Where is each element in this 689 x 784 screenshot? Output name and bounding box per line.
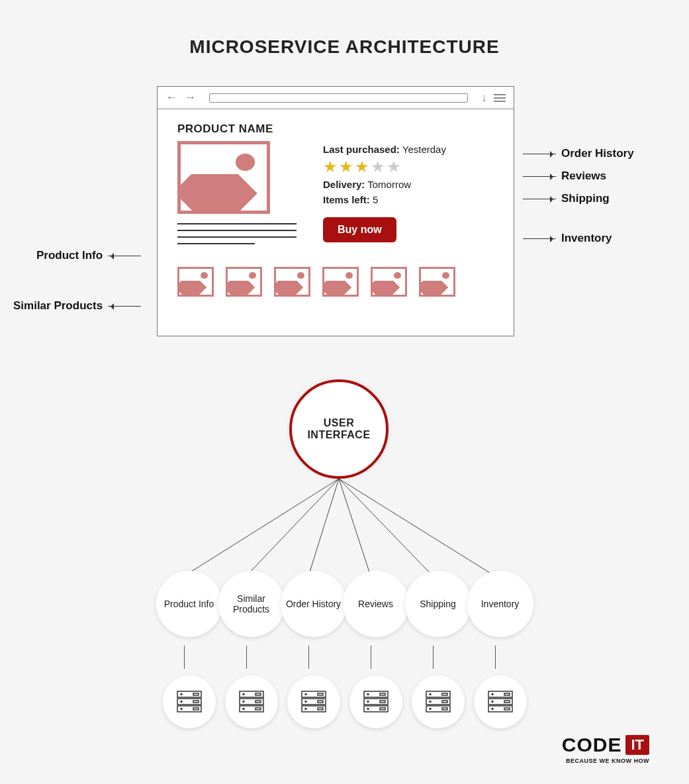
connector-line (371, 646, 371, 669)
svg-rect-45 (442, 693, 447, 695)
label-product-info: Product Info (36, 249, 141, 262)
databases-row (0, 675, 689, 728)
svg-point-12 (181, 694, 182, 695)
browser-toolbar: ← → ↓ (158, 87, 514, 109)
svg-point-23 (243, 709, 244, 710)
svg-rect-47 (442, 708, 447, 710)
thumbnail-icon (322, 267, 359, 297)
svg-line-3 (339, 479, 371, 576)
svg-point-41 (367, 709, 369, 710)
logo-it-text: IT (625, 735, 649, 755)
svg-rect-11 (193, 708, 199, 710)
svg-rect-27 (318, 693, 323, 695)
svg-point-31 (305, 701, 306, 703)
delivery-label: Delivery: (323, 179, 365, 190)
delivery: Delivery: Tomorrow (323, 179, 494, 190)
svg-line-2 (308, 479, 339, 576)
download-icon: ↓ (481, 91, 487, 105)
product-image-icon (177, 141, 270, 214)
svg-rect-54 (504, 693, 510, 695)
label-inventory: Inventory (523, 232, 612, 245)
database-icon (474, 675, 527, 728)
database-icon (287, 675, 340, 728)
delivery-value: Tomorrow (367, 179, 411, 190)
back-icon: ← (165, 91, 177, 105)
last-purchased-value: Yesterday (402, 144, 446, 155)
svg-rect-56 (504, 708, 510, 710)
svg-rect-55 (504, 701, 510, 703)
connector-line (495, 646, 496, 669)
similar-products-row (177, 267, 494, 297)
browser-window: ← → ↓ PRODUCT NAME Last purchased: Yeste… (157, 86, 514, 336)
label-order-history: Order History (523, 147, 634, 160)
connector-line (308, 646, 309, 669)
database-icon (412, 675, 465, 728)
svg-point-21 (243, 694, 244, 695)
svg-rect-46 (442, 701, 447, 703)
label-similar-products: Similar Products (13, 299, 141, 313)
svg-rect-18 (255, 693, 261, 695)
svg-line-1 (246, 479, 339, 576)
svg-rect-38 (380, 708, 385, 710)
connector-line (246, 646, 247, 669)
buy-now-button[interactable]: Buy now (323, 217, 396, 242)
connector-line (184, 646, 185, 669)
service-node: Reviews (343, 571, 409, 637)
svg-point-58 (492, 701, 493, 703)
service-node: Shipping (405, 571, 471, 637)
menu-icon (494, 94, 506, 102)
label-reviews: Reviews (523, 170, 606, 183)
svg-point-48 (430, 694, 431, 695)
svg-point-14 (181, 709, 182, 710)
svg-point-13 (181, 701, 182, 703)
svg-point-32 (305, 709, 306, 710)
database-icon (163, 675, 216, 728)
thumbnail-icon (177, 267, 214, 297)
svg-rect-9 (193, 693, 199, 695)
url-bar (209, 93, 468, 103)
svg-line-0 (184, 479, 339, 576)
svg-point-57 (492, 694, 493, 695)
svg-point-40 (367, 701, 369, 703)
svg-rect-37 (380, 701, 385, 703)
svg-rect-36 (380, 693, 385, 695)
logo-tagline: BECAUSE WE KNOW HOW (562, 758, 649, 764)
thumbnail-icon (371, 267, 407, 297)
service-node: Similar Products (218, 571, 285, 637)
last-purchased-label: Last purchased: (323, 144, 400, 155)
label-shipping: Shipping (523, 192, 610, 205)
svg-point-22 (243, 701, 244, 703)
items-left: Items left: 5 (323, 194, 494, 205)
svg-rect-29 (318, 708, 323, 710)
connector-line (433, 646, 434, 669)
logo-code-text: CODE (562, 734, 622, 756)
forward-icon: → (184, 91, 196, 105)
services-row: Product Info Similar Products Order Hist… (0, 571, 689, 637)
thumbnail-icon (419, 267, 455, 297)
svg-rect-10 (193, 701, 199, 703)
svg-line-4 (339, 479, 433, 576)
service-node: Inventory (467, 571, 533, 637)
rating-stars: ★★★★★ (323, 159, 494, 175)
product-description-lines (177, 223, 297, 244)
svg-rect-20 (255, 708, 261, 710)
items-left-label: Items left: (323, 194, 370, 205)
svg-rect-19 (255, 701, 261, 703)
items-left-value: 5 (373, 194, 378, 205)
svg-rect-28 (318, 701, 323, 703)
thumbnail-icon (226, 267, 262, 297)
product-name: PRODUCT NAME (177, 122, 494, 136)
service-node: Product Info (156, 571, 222, 637)
thumbnail-icon (274, 267, 310, 297)
codeit-logo: CODE IT BECAUSE WE KNOW HOW (562, 734, 649, 764)
svg-point-50 (430, 709, 431, 710)
svg-line-5 (339, 479, 495, 576)
page-title: MICROSERVICE ARCHITECTURE (0, 0, 689, 58)
database-icon (225, 675, 278, 728)
svg-point-39 (367, 694, 369, 695)
service-node: Order History (281, 571, 347, 637)
user-interface-node: USERINTERFACE (289, 379, 389, 479)
svg-point-49 (430, 701, 431, 703)
svg-point-30 (305, 694, 306, 695)
last-purchased: Last purchased: Yesterday (323, 144, 494, 155)
